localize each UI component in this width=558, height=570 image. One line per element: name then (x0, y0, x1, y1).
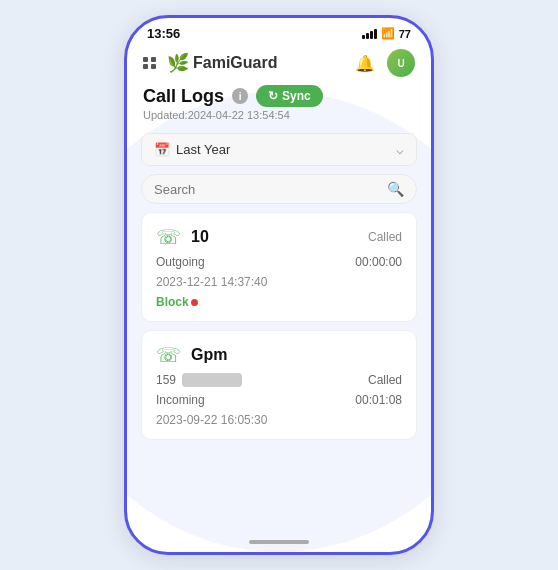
menu-icon[interactable] (143, 57, 157, 69)
call-top-row: ☏ Gpm (156, 343, 402, 367)
home-indicator (127, 532, 431, 552)
user-avatar[interactable]: U (387, 49, 415, 77)
call-datetime: 2023-12-21 14:37:40 (156, 275, 402, 289)
call-duration-2: 00:01:08 (355, 393, 402, 407)
call-status: Called (219, 230, 402, 244)
call-contact-name: Gpm (191, 346, 227, 364)
call-duration: 00:00:00 (355, 255, 402, 269)
call-detail-direction: Outgoing 00:00:00 (156, 255, 402, 269)
blurred-number (182, 373, 242, 387)
page-title: Call Logs (143, 86, 224, 107)
call-datetime-2: 2023-09-22 16:05:30 (156, 413, 402, 427)
outgoing-call-icon: ☏ (156, 225, 181, 249)
search-bar[interactable]: 🔍 (141, 174, 417, 204)
main-area: 📅 Last Year ⌵ 🔍 ☏ 10 Called Outgoing (127, 125, 431, 532)
call-status-2: Called (368, 373, 402, 387)
info-icon[interactable]: i (232, 88, 248, 104)
block-tag: Block (156, 295, 402, 309)
call-detail-direction: Incoming 00:01:08 (156, 393, 402, 407)
call-direction: Outgoing (156, 255, 205, 269)
wifi-icon: 📶 (381, 27, 395, 40)
call-direction-2: Incoming (156, 393, 205, 407)
status-bar: 13:56 📶 77 (127, 18, 431, 45)
block-label: Block (156, 295, 189, 309)
call-top-row: ☏ 10 Called (156, 225, 402, 249)
page-header: Call Logs i ↻ Sync Updated:2024-04-22 13… (127, 85, 431, 125)
nav-actions: 🔔 U (351, 49, 415, 77)
incoming-call-icon: ☏ (156, 343, 181, 367)
phone-content: 13:56 📶 77 (127, 18, 431, 552)
status-time: 13:56 (147, 26, 180, 41)
sync-icon: ↻ (268, 89, 278, 103)
chevron-down-icon: ⌵ (396, 142, 404, 157)
search-icon: 🔍 (387, 181, 404, 197)
home-bar (249, 540, 309, 544)
app-name: FamiGuard (193, 54, 277, 72)
status-icons: 📶 77 (362, 27, 411, 40)
bell-icon[interactable]: 🔔 (351, 49, 379, 77)
filter-label: Last Year (176, 142, 230, 157)
call-card: ☏ 10 Called Outgoing 00:00:00 2023-12-21… (141, 212, 417, 322)
block-dot-icon (191, 299, 198, 306)
call-contact-name: 10 (191, 228, 209, 246)
top-nav: 🌿 FamiGuard 🔔 U (127, 45, 431, 85)
calendar-icon: 📅 (154, 142, 170, 157)
battery-icon: 77 (399, 28, 411, 40)
call-detail-number: 159 Called (156, 373, 402, 387)
page-title-row: Call Logs i ↻ Sync (143, 85, 415, 107)
logo-leaf-icon: 🌿 (167, 52, 189, 74)
sync-button[interactable]: ↻ Sync (256, 85, 323, 107)
updated-timestamp: Updated:2024-04-22 13:54:54 (143, 109, 415, 121)
search-input[interactable] (154, 182, 379, 197)
app-logo: 🌿 FamiGuard (167, 52, 277, 74)
filter-label-row: 📅 Last Year (154, 142, 230, 157)
filter-dropdown[interactable]: 📅 Last Year ⌵ (141, 133, 417, 166)
call-card: ☏ Gpm 159 Called Incoming 00:01:08 2023-… (141, 330, 417, 440)
phone-frame: 13:56 📶 77 (124, 15, 434, 555)
call-number: 159 (156, 373, 176, 387)
signal-icon (362, 29, 377, 39)
